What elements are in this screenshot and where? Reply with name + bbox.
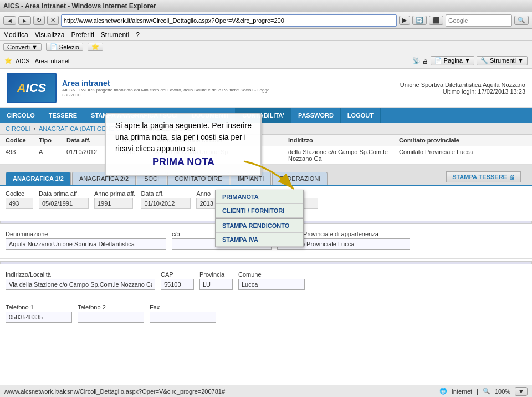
- annotation-line2: una prima nota, sia per i costi sia per …: [115, 133, 246, 141]
- field-tel1: Telefono 1: [6, 304, 72, 323]
- aics-star-icon: ⭐: [4, 57, 12, 64]
- field-provincia: Provincia: [200, 271, 233, 290]
- field-data-aff: Data aff.: [141, 190, 191, 209]
- input-data-aff[interactable]: [141, 198, 191, 209]
- row-codice: 493: [6, 149, 28, 162]
- breadcrumb-circoli[interactable]: CIRCOLI: [6, 125, 30, 132]
- dropdown-stampa-iva[interactable]: STAMPA IVA: [216, 233, 303, 247]
- annotation-prima-nota: PRIMA NOTA: [115, 155, 252, 170]
- search-input[interactable]: [446, 14, 512, 27]
- aics-header: AICS Area intranet AICSNETWORK progetto …: [0, 69, 532, 108]
- nav-password[interactable]: PASSWORD: [291, 108, 341, 123]
- menu-preferiti[interactable]: Preferiti: [71, 31, 94, 39]
- annotation-line1: Si apre la pagina seguente. Per inserire: [115, 121, 252, 130]
- field-cap: CAP: [161, 271, 194, 290]
- input-data-prima-aff[interactable]: [39, 198, 89, 209]
- input-comune[interactable]: [238, 279, 305, 290]
- col-comitato-header: Comitato provinciale: [399, 137, 499, 144]
- dropdown-stampa-rendiconto[interactable]: STAMPA RENDICONTO: [216, 219, 303, 233]
- stampa-tessere-button[interactable]: STAMPA TESSERE 🖨: [446, 171, 521, 182]
- dropdown-clienti[interactable]: CLIENTI / FORNITORI: [216, 204, 303, 218]
- row-comitato: Comitato Provinciale Lucca: [399, 149, 499, 162]
- aics-subtext: AICSNETWORK progetto finanziato dal Mini…: [62, 88, 284, 98]
- search-button[interactable]: 🔍: [514, 16, 529, 25]
- converti-label: Converti: [7, 44, 30, 50]
- section-divider-2: [0, 261, 532, 264]
- input-tel2[interactable]: [78, 312, 144, 323]
- input-anno-prima-aff[interactable]: [94, 198, 133, 209]
- input-provincia[interactable]: [200, 279, 233, 290]
- browser-title: AICS - Area Intranet - Windows Internet …: [3, 2, 156, 10]
- main-nav: CIRCOLO TESSERE STAMPA ANAGRAFICA / SOCI…: [0, 108, 532, 123]
- col-tipo-header: Tipo: [39, 137, 55, 144]
- form-section-3: Indirizzo/Località CAP Provincia Comune: [0, 267, 532, 299]
- address-bar[interactable]: [61, 14, 397, 27]
- label-tel1: Telefono 1: [6, 304, 72, 311]
- label-data-prima-aff: Data prima aff.: [39, 190, 89, 197]
- selezio-label: Selezio: [59, 44, 79, 50]
- form-row-4: Telefono 1 Telefono 2 Fax: [6, 304, 526, 323]
- forward-button[interactable]: ►: [18, 16, 31, 25]
- menu-help[interactable]: ?: [136, 31, 140, 39]
- col-codice-header: Codice: [6, 137, 28, 144]
- nav-tessere[interactable]: TESSERE: [42, 108, 84, 123]
- input-cap[interactable]: [161, 279, 194, 290]
- rss-icon: 📡: [412, 57, 420, 64]
- menu-visualizza[interactable]: Visualizza: [35, 31, 65, 39]
- browser-titlebar: AICS - Area Intranet - Windows Internet …: [0, 0, 532, 12]
- converti-button[interactable]: Converti ▼: [3, 43, 42, 51]
- label-data-aff: Data aff.: [141, 190, 191, 197]
- input-codice[interactable]: [6, 198, 33, 209]
- row-data-aff: 01/10/2012: [66, 149, 111, 162]
- aics-page-label: AICS - Area intranet: [16, 58, 70, 64]
- logo-area: AICS Area intranet AICSNETWORK progetto …: [7, 73, 284, 103]
- strumenti-button[interactable]: 🔧 Strumenti ▼: [477, 56, 528, 65]
- input-indirizzo[interactable]: [6, 279, 155, 290]
- selezio-button[interactable]: 📄 Selezio: [46, 43, 83, 51]
- nav-circolo[interactable]: CIRCOLO: [0, 108, 42, 123]
- page-nav-right: 📡 🖨 📄 Pagina ▼ 🔧 Strumenti ▼: [412, 56, 528, 65]
- label-comune: Comune: [238, 271, 305, 278]
- star-button[interactable]: ⭐: [88, 43, 103, 51]
- header-right: Unione Sportiva Dilettantistica Aquila N…: [400, 82, 525, 95]
- field-comune: Comune: [238, 271, 305, 290]
- field-fax: Fax: [150, 304, 216, 323]
- refresh-button[interactable]: ↻: [33, 16, 45, 25]
- tab-anagrafica-1[interactable]: ANAGRAFICA 1/2: [6, 172, 71, 185]
- label-indirizzo: Indirizzo/Località: [6, 271, 155, 278]
- form-row-3: Indirizzo/Località CAP Provincia Comune: [6, 271, 526, 290]
- go-button[interactable]: ▶: [399, 16, 410, 25]
- form-section-4: Telefono 1 Telefono 2 Fax: [0, 299, 532, 332]
- input-tel1[interactable]: [6, 312, 72, 323]
- back-button[interactable]: ◄: [3, 16, 16, 25]
- label-codice: Codice: [6, 190, 33, 197]
- input-fax[interactable]: [150, 312, 216, 323]
- label-fax: Fax: [150, 304, 216, 311]
- field-codice: Codice: [6, 190, 33, 209]
- menu-modifica[interactable]: Modifica: [3, 31, 28, 39]
- stop-button[interactable]: ✕: [47, 16, 59, 25]
- label-denominazione: Denominazione: [6, 231, 166, 237]
- pagina-button[interactable]: 📄 Pagina ▼: [431, 56, 474, 65]
- refresh-button2[interactable]: 🔄: [412, 16, 427, 25]
- stop-button2[interactable]: ⬛: [429, 16, 443, 25]
- page-nav-left: ⭐ AICS - Area intranet: [4, 57, 70, 64]
- stampa-tessere-area: STAMPA TESSERE 🖨: [446, 168, 532, 185]
- aics-logo: AICS: [7, 73, 57, 103]
- org-name: Unione Sportiva Dilettantistica Aquila N…: [400, 82, 525, 88]
- row-tipo: A: [39, 149, 55, 162]
- page-content: ⭐ AICS - Area intranet 📡 🖨 📄 Pagina ▼ 🔧 …: [0, 53, 532, 332]
- nav-logout[interactable]: LOGOUT: [341, 108, 381, 123]
- field-data-prima-aff: Data prima aff.: [39, 190, 89, 209]
- links-bar: Converti ▼ 📄 Selezio ⭐: [0, 41, 532, 53]
- menu-bar: Modifica Visualizza Preferiti Strumenti …: [0, 29, 532, 41]
- menu-strumenti[interactable]: Strumenti: [101, 31, 129, 39]
- field-tel2: Telefono 2: [78, 304, 144, 323]
- area-info: Area intranet AICSNETWORK progetto finan…: [62, 79, 284, 98]
- col-data-header: Data aff.: [66, 137, 111, 144]
- area-intranet-label: Area intranet: [62, 79, 284, 88]
- last-login: Ultimo login: 17/02/2013 13:23: [400, 88, 525, 95]
- field-denominazione: Denominazione: [6, 231, 166, 250]
- input-denominazione[interactable]: [6, 238, 166, 250]
- field-indirizzo: Indirizzo/Località: [6, 271, 155, 290]
